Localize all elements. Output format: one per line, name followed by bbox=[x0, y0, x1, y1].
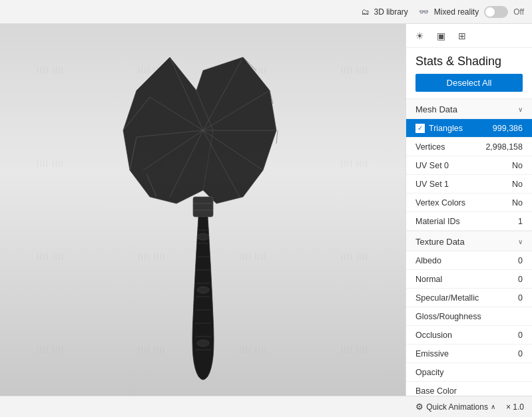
main-layout: |||| |||| |||| |||| |||| |||| |||| |||| … bbox=[0, 24, 532, 396]
svg-point-32 bbox=[197, 340, 209, 347]
deselect-all-button[interactable]: Deselect All bbox=[415, 74, 523, 92]
base-color-row[interactable]: Base Color bbox=[406, 382, 532, 396]
mixed-reality-label[interactable]: Mixed reality bbox=[434, 7, 479, 17]
axe-handle bbox=[192, 217, 214, 380]
texture-data-section-header[interactable]: Texture Data ∨ bbox=[406, 231, 532, 251]
uv-set-1-row[interactable]: UV Set 1 No bbox=[406, 175, 532, 194]
opacity-label: Opacity bbox=[415, 368, 443, 377]
albedo-row[interactable]: Albedo 0 bbox=[406, 251, 532, 270]
material-ids-value: 1 bbox=[518, 217, 523, 226]
animation-icon: ⚙ bbox=[415, 402, 423, 412]
occlusion-label: Occlusion bbox=[415, 331, 452, 340]
mesh-data-chevron: ∨ bbox=[518, 106, 523, 113]
uv-set-0-row[interactable]: UV Set 0 No bbox=[406, 156, 532, 175]
vertex-colors-row[interactable]: Vertex Colors No bbox=[406, 194, 532, 212]
top-bar: 🗂 3D library 👓 Mixed reality Off bbox=[0, 0, 532, 24]
albedo-value: 0 bbox=[518, 256, 523, 265]
emissive-row[interactable]: Emissive 0 bbox=[406, 345, 532, 363]
base-color-label: Base Color bbox=[415, 386, 457, 396]
panel-content: Mesh Data ∨ ✓ Triangles 999,386 Vertices… bbox=[406, 98, 532, 396]
quick-animations-label[interactable]: Quick Animations bbox=[426, 402, 488, 412]
vertices-value: 2,998,158 bbox=[485, 142, 523, 152]
normal-label: Normal bbox=[415, 275, 442, 284]
watermark-cell: |||| |||| bbox=[304, 117, 405, 210]
library-label[interactable]: 3D library bbox=[374, 7, 407, 17]
mixed-reality-icon: 👓 bbox=[419, 7, 429, 17]
panel-title: Stats & Shading bbox=[406, 48, 532, 74]
triangles-label: Triangles bbox=[429, 124, 463, 133]
image-toolbar-icon[interactable]: ▣ bbox=[434, 29, 447, 43]
occlusion-row[interactable]: Occlusion 0 bbox=[406, 326, 532, 345]
albedo-label: Albedo bbox=[415, 256, 441, 265]
watermark-cell: |||| |||| bbox=[304, 24, 405, 117]
grid-toolbar-icon[interactable]: ⊞ bbox=[455, 29, 469, 43]
library-icon: 🗂 bbox=[362, 7, 370, 17]
specular-metallic-row[interactable]: Specular/Metallic 0 bbox=[406, 289, 532, 307]
sun-toolbar-icon[interactable]: ☀ bbox=[413, 29, 426, 43]
bottom-bar: ⚙ Quick Animations ∧ × 1.0 bbox=[0, 396, 532, 417]
normal-row[interactable]: Normal 0 bbox=[406, 270, 532, 289]
normal-value: 0 bbox=[518, 275, 523, 284]
uv-set-0-value: No bbox=[512, 161, 523, 170]
watermark-cell: |||| |||| bbox=[304, 210, 405, 303]
mixed-reality-section: 👓 Mixed reality Off bbox=[419, 6, 524, 18]
vertices-label: Vertices bbox=[415, 142, 445, 152]
vertices-row[interactable]: Vertices 2,998,158 bbox=[406, 138, 532, 156]
mesh-data-title: Mesh Data bbox=[415, 104, 457, 114]
watermark-cell: |||| |||| bbox=[0, 24, 101, 117]
svg-line-16 bbox=[276, 130, 278, 144]
material-ids-row[interactable]: Material IDs 1 bbox=[406, 212, 532, 231]
triangles-checkbox[interactable]: ✓ bbox=[415, 124, 425, 133]
emissive-value: 0 bbox=[518, 349, 523, 358]
library-section: 🗂 3D library bbox=[362, 7, 407, 17]
right-panel: ☀ ▣ ⊞ Stats & Shading Deselect All Mesh … bbox=[405, 24, 532, 396]
3d-viewport[interactable]: |||| |||| |||| |||| |||| |||| |||| |||| … bbox=[0, 24, 405, 396]
svg-point-30 bbox=[197, 233, 209, 240]
uv-set-0-label: UV Set 0 bbox=[415, 161, 449, 170]
watermark-cell: |||| |||| bbox=[0, 210, 101, 303]
vertex-colors-label: Vertex Colors bbox=[415, 198, 465, 208]
specular-metallic-label: Specular/Metallic bbox=[415, 293, 479, 303]
axe-model bbox=[110, 37, 296, 383]
material-ids-label: Material IDs bbox=[415, 217, 460, 226]
multiplier-label[interactable]: × 1.0 bbox=[506, 402, 524, 412]
triangles-row[interactable]: ✓ Triangles 999,386 bbox=[406, 119, 532, 138]
toggle-off-label: Off bbox=[513, 7, 524, 17]
opacity-row[interactable]: Opacity bbox=[406, 363, 532, 382]
quick-animations-item[interactable]: ⚙ Quick Animations ∧ bbox=[415, 402, 495, 412]
svg-rect-17 bbox=[193, 197, 213, 217]
panel-toolbar: ☀ ▣ ⊞ bbox=[406, 24, 532, 48]
triangles-value: 999,386 bbox=[493, 124, 523, 133]
texture-data-chevron: ∨ bbox=[518, 238, 523, 245]
mesh-data-section-header[interactable]: Mesh Data ∨ bbox=[406, 98, 532, 119]
axe-svg bbox=[110, 37, 296, 383]
uv-set-1-label: UV Set 1 bbox=[415, 180, 449, 189]
watermark-cell: |||| |||| bbox=[304, 303, 405, 396]
occlusion-value: 0 bbox=[518, 331, 523, 340]
triangles-row-left: ✓ Triangles bbox=[415, 124, 463, 133]
gloss-roughness-row[interactable]: Gloss/Roughness bbox=[406, 307, 532, 326]
mixed-reality-toggle[interactable] bbox=[484, 6, 508, 18]
texture-data-title: Texture Data bbox=[415, 237, 465, 247]
quick-animations-chevron: ∧ bbox=[491, 403, 495, 410]
specular-metallic-value: 0 bbox=[518, 293, 523, 303]
gloss-roughness-label: Gloss/Roughness bbox=[415, 312, 481, 321]
emissive-label: Emissive bbox=[415, 349, 449, 358]
watermark-cell: |||| |||| bbox=[0, 303, 101, 396]
vertex-colors-value: No bbox=[512, 198, 523, 208]
watermark-cell: |||| |||| bbox=[0, 117, 101, 210]
svg-point-31 bbox=[197, 287, 209, 293]
uv-set-1-value: No bbox=[512, 180, 523, 189]
